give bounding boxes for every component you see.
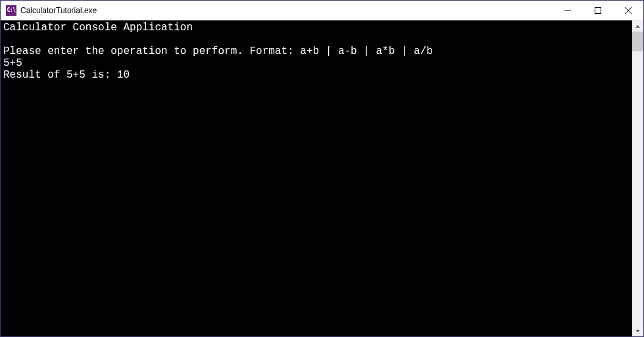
window-titlebar: C:\ CalculatorTutorial.exe: [1, 1, 643, 20]
window-title: CalculatorTutorial.exe: [20, 1, 553, 20]
scrollbar-thumb[interactable]: [632, 32, 643, 51]
vertical-scrollbar[interactable]: [632, 20, 643, 336]
console-line: Please enter the operation to perform. F…: [3, 45, 632, 57]
maximize-icon: [595, 7, 601, 14]
console-area: Calculator Console ApplicationPlease ent…: [1, 20, 643, 336]
close-icon: [625, 7, 632, 14]
chevron-down-icon: [635, 330, 640, 332]
svg-marker-4: [635, 25, 640, 28]
maximize-button[interactable]: [583, 1, 613, 20]
svg-rect-1: [595, 7, 601, 13]
console-line: Calculator Console Application: [3, 22, 632, 34]
window-controls: [553, 1, 643, 20]
app-icon: C:\: [6, 5, 16, 16]
chevron-up-icon: [635, 25, 640, 28]
minimize-icon: [564, 7, 571, 14]
console-output[interactable]: Calculator Console ApplicationPlease ent…: [1, 20, 632, 336]
svg-marker-5: [635, 330, 640, 332]
console-line: 5+5: [3, 57, 632, 69]
scrollbar-track[interactable]: [632, 32, 643, 325]
console-line: Result of 5+5 is: 10: [3, 69, 632, 81]
scroll-down-button[interactable]: [632, 325, 643, 336]
close-button[interactable]: [613, 1, 643, 20]
scroll-up-button[interactable]: [632, 20, 643, 32]
console-line: [3, 34, 632, 45]
minimize-button[interactable]: [553, 1, 583, 20]
